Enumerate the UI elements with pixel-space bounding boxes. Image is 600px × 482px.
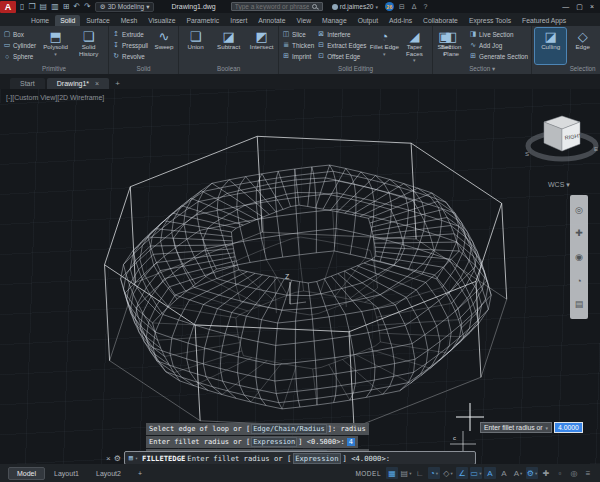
revolve-button[interactable]: ↻Revolve bbox=[112, 51, 148, 61]
viewport-controls[interactable]: [-][Custom View][2D Wireframe] bbox=[6, 94, 104, 101]
model-tab[interactable]: Model bbox=[8, 467, 45, 480]
tab-visualize[interactable]: Visualize bbox=[143, 15, 180, 26]
isolate-objects-icon[interactable]: ◎ bbox=[568, 467, 580, 479]
annotation-monitor-icon[interactable]: ✚ bbox=[540, 467, 552, 479]
command-option[interactable]: Expression bbox=[251, 437, 297, 447]
quick-properties-icon[interactable]: ▫ bbox=[554, 467, 566, 479]
tab-parametric[interactable]: Parametric bbox=[181, 15, 224, 26]
isodraft-icon[interactable]: ◇▾ bbox=[442, 467, 454, 479]
open-folder-icon[interactable]: ❒ bbox=[27, 1, 36, 13]
tab-home[interactable]: Home bbox=[26, 15, 54, 26]
grid-icon[interactable]: ▦ bbox=[386, 467, 398, 479]
steering-wheel-icon[interactable]: ◎ bbox=[575, 205, 583, 215]
cylinder-button[interactable]: ▭Cylinder bbox=[3, 40, 36, 50]
help-icon[interactable]: ? bbox=[421, 3, 429, 10]
command-input[interactable]: ▤ ▾ FILLETEDGE Enter fillet radius or [ … bbox=[124, 451, 476, 464]
showmotion-icon[interactable]: ▤ bbox=[575, 299, 584, 309]
generate-section-button[interactable]: ⊞Generate Section bbox=[469, 51, 528, 61]
dynamic-input-value[interactable]: 4.0000 bbox=[554, 422, 583, 433]
fillet-edge-button[interactable]: ◔Fillet Edge▾ bbox=[369, 28, 399, 64]
tab-addins[interactable]: Add-ins bbox=[384, 15, 417, 26]
plot-icon[interactable]: ⊞ bbox=[62, 1, 71, 13]
customize-wrench-icon[interactable]: ⚙ bbox=[114, 454, 121, 463]
ortho-icon[interactable]: ∟ bbox=[414, 467, 426, 479]
presspull-button[interactable]: ↧Presspull bbox=[112, 40, 148, 50]
offset-edge-button[interactable]: ⊡Offset Edge bbox=[317, 51, 366, 61]
tab-mesh[interactable]: Mesh bbox=[116, 15, 143, 26]
slice-button[interactable]: ◫Slice bbox=[282, 29, 314, 39]
panel-label-selection[interactable]: Selection bbox=[532, 64, 600, 74]
pan-icon[interactable]: ✚ bbox=[575, 228, 583, 238]
close-command-line-icon[interactable]: × bbox=[106, 454, 111, 463]
sweep-button[interactable]: ∿Sweep bbox=[151, 28, 177, 51]
live-section-button[interactable]: ◨Live Section bbox=[469, 29, 528, 39]
compass-east-label[interactable]: E bbox=[594, 146, 598, 152]
chevron-down-icon[interactable]: ▾ bbox=[135, 455, 138, 461]
imprint-button[interactable]: ⊞Imprint bbox=[282, 51, 314, 61]
close-button[interactable]: × bbox=[590, 3, 594, 11]
panel-label-solid-editing[interactable]: Solid Editing bbox=[279, 64, 432, 74]
taper-faces-button[interactable]: ◢Taper Faces▾ bbox=[399, 28, 429, 64]
interfere-button[interactable]: ⊠Interfere bbox=[317, 29, 366, 39]
drawing1-tab[interactable]: Drawing1* × bbox=[47, 78, 109, 89]
maximize-button[interactable]: ▢ bbox=[576, 3, 583, 11]
save-icon[interactable]: ▤ bbox=[39, 1, 49, 13]
new-file-icon[interactable]: ▯ bbox=[19, 1, 25, 13]
app-store-icon[interactable]: ⊟ bbox=[397, 3, 407, 11]
wcs-dropdown[interactable]: WCS ▾ bbox=[548, 181, 570, 188]
solid-history-button[interactable]: ❏Solid History bbox=[72, 28, 105, 57]
tab-collaborate[interactable]: Collaborate bbox=[418, 15, 463, 26]
annotation-scale-icon[interactable]: A▾ bbox=[512, 467, 524, 479]
chevron-down-icon[interactable]: ▾ bbox=[546, 425, 549, 431]
subtract-button[interactable]: ◪Subtract bbox=[212, 28, 245, 51]
extract-edges-button[interactable]: ⊟Extract Edges bbox=[317, 40, 366, 50]
search-icon[interactable] bbox=[312, 4, 317, 9]
tab-annotate[interactable]: Annotate bbox=[253, 15, 290, 26]
start-tab[interactable]: Start bbox=[10, 78, 45, 89]
snap-mode-icon[interactable]: ▤▾ bbox=[400, 467, 412, 479]
compass-south-label[interactable]: S bbox=[525, 151, 529, 157]
new-layout-button[interactable]: + bbox=[130, 468, 150, 479]
redo-icon[interactable]: ↷ bbox=[83, 1, 92, 13]
tab-manage[interactable]: Manage bbox=[317, 15, 352, 26]
command-option[interactable]: Edge/Chain/Radius bbox=[251, 424, 327, 434]
new-drawing-button[interactable]: + bbox=[111, 78, 124, 89]
orbit-icon[interactable]: ◔ bbox=[576, 276, 581, 286]
customization-icon[interactable]: ≡ bbox=[582, 467, 594, 479]
undo-icon[interactable]: ↶ bbox=[72, 1, 81, 13]
tab-view[interactable]: View bbox=[291, 15, 316, 26]
layout1-tab[interactable]: Layout1 bbox=[46, 468, 87, 479]
layout2-tab[interactable]: Layout2 bbox=[88, 468, 129, 479]
panel-label-section[interactable]: Section ▾ bbox=[433, 64, 531, 74]
close-tab-icon[interactable]: × bbox=[95, 80, 99, 87]
workspace-switching-icon[interactable]: ⚙▾ bbox=[526, 467, 538, 479]
polar-tracking-icon[interactable]: ◔▾ bbox=[428, 467, 440, 479]
search-box[interactable] bbox=[231, 2, 323, 11]
workspace-switcher[interactable]: ⚙ 3D Modeling ▾ bbox=[95, 2, 155, 12]
edge-button[interactable]: ◇Edge bbox=[567, 28, 598, 64]
sphere-button[interactable]: ○Sphere bbox=[3, 51, 36, 61]
osnap-tracking-icon[interactable]: ∠ bbox=[456, 467, 468, 479]
autoscale-icon[interactable]: A bbox=[498, 467, 510, 479]
autodesk-apps-icon[interactable]: Δ bbox=[410, 3, 419, 10]
tab-insert[interactable]: Insert bbox=[225, 15, 252, 26]
tab-surface[interactable]: Surface bbox=[81, 15, 114, 26]
box-button[interactable]: ▢Box bbox=[3, 29, 36, 39]
tab-output[interactable]: Output bbox=[353, 15, 383, 26]
thicken-button[interactable]: ≣Thicken bbox=[282, 40, 314, 50]
save-as-icon[interactable]: ▥ bbox=[50, 1, 60, 13]
search-input[interactable] bbox=[235, 3, 309, 10]
minimize-button[interactable]: — bbox=[562, 3, 569, 11]
viewcube[interactable]: S E RIGHT WCS ▾ bbox=[522, 99, 600, 193]
tab-solid[interactable]: Solid bbox=[55, 15, 80, 26]
sync-notification-badge[interactable]: 26 bbox=[385, 2, 394, 11]
panel-label-solid[interactable]: Solid bbox=[109, 64, 178, 74]
recent-commands-icon[interactable]: ▤ bbox=[129, 454, 133, 462]
drawing-canvas[interactable]: [-][Custom View][2D Wireframe] Z c S E bbox=[0, 89, 600, 464]
culling-button[interactable]: ◪Culling bbox=[535, 28, 566, 64]
object-snap-icon[interactable]: ▭▾ bbox=[470, 467, 482, 479]
command-option[interactable]: Expression bbox=[293, 453, 340, 464]
polysolid-button[interactable]: ⬒Polysolid▾ bbox=[39, 28, 72, 57]
model-space-label[interactable]: MODEL bbox=[355, 470, 381, 477]
tab-featured-apps[interactable]: Featured Apps bbox=[517, 15, 571, 26]
